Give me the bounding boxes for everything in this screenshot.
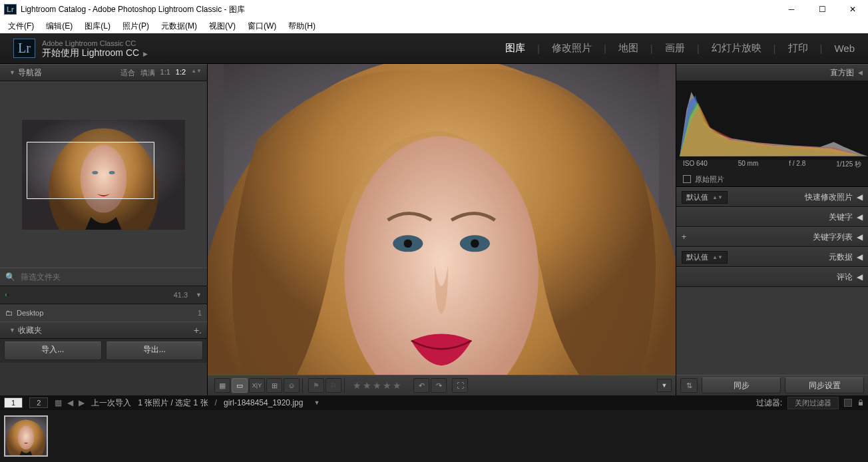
- favorites-header[interactable]: ▼收藏夹 +.: [0, 322, 207, 339]
- svg-point-11: [404, 239, 413, 248]
- keyword-list-title: 关键字列表: [813, 232, 853, 243]
- menu-metadata[interactable]: 元数据(M): [156, 19, 202, 33]
- quick-develop-header[interactable]: 默认值▲▼ 快速修改照片 ◀: [676, 187, 868, 207]
- screen-2-button[interactable]: 2: [29, 397, 48, 408]
- navigator-title: 导航器: [18, 67, 42, 79]
- loupe-view-button[interactable]: ▭: [232, 378, 248, 393]
- face-region-button[interactable]: ⛶: [452, 378, 468, 393]
- disclosure-icon[interactable]: ◀: [857, 232, 863, 242]
- import-button[interactable]: 导入...: [4, 342, 102, 360]
- disclosure-icon[interactable]: ◀: [857, 252, 863, 262]
- zoom-fit[interactable]: 适合: [120, 68, 135, 78]
- window-title: Lightroom Catalog - Adobe Photoshop Ligh…: [21, 4, 245, 15]
- rotate-ccw-button[interactable]: ↶: [413, 378, 429, 393]
- metadata-header[interactable]: 默认值▲▼ 元数据 ◀: [676, 247, 868, 267]
- exif-aperture: f / 2.8: [789, 160, 805, 172]
- keyword-list-header[interactable]: + 关键字列表 ◀: [676, 227, 868, 247]
- navigator-crop-frame[interactable]: [27, 142, 154, 199]
- comments-header[interactable]: 评论 ◀: [676, 267, 868, 287]
- module-book[interactable]: 画册: [665, 42, 685, 55]
- minimize-button[interactable]: ─: [776, 0, 807, 19]
- filter-dropdown[interactable]: 关闭过滤器: [787, 397, 839, 409]
- loupe-view[interactable]: [208, 64, 676, 375]
- export-button[interactable]: 导出...: [106, 342, 204, 360]
- exif-shutter: 1/125 秒: [836, 160, 861, 172]
- folder-row[interactable]: 🗀 Desktop 1: [0, 304, 207, 322]
- histogram[interactable]: [676, 81, 868, 160]
- nav-fwd-icon[interactable]: ▶: [79, 398, 85, 407]
- menu-help[interactable]: 帮助(H): [283, 19, 321, 33]
- screen-1-button[interactable]: 1: [4, 397, 23, 408]
- compare-view-button[interactable]: X|Y: [249, 378, 265, 393]
- maximize-button[interactable]: ☐: [807, 0, 837, 19]
- survey-view-button[interactable]: ⊞: [266, 378, 282, 393]
- navigator-preview[interactable]: [0, 81, 207, 268]
- module-library[interactable]: 图库: [505, 42, 525, 55]
- breadcrumb-arrow-icon[interactable]: ▼: [314, 399, 320, 406]
- people-view-button[interactable]: ☺: [284, 378, 300, 393]
- volume-arrow-icon[interactable]: ▼: [196, 292, 202, 298]
- zoom-1-1[interactable]: 1:1: [160, 68, 170, 78]
- disclosure-icon[interactable]: ▼: [9, 327, 15, 334]
- module-develop[interactable]: 修改照片: [552, 42, 592, 55]
- sync-settings-button[interactable]: 同步设置: [785, 377, 864, 393]
- module-print[interactable]: 打印: [788, 42, 808, 55]
- module-slideshow[interactable]: 幻灯片放映: [712, 42, 761, 55]
- close-button[interactable]: ✕: [837, 0, 868, 19]
- disclosure-icon[interactable]: ◀: [857, 272, 863, 282]
- volume-row[interactable]: 41.3 ▼: [0, 286, 207, 304]
- identity-plate-row: Lr Adobe Lightroom Classic CC 开始使用 Light…: [0, 33, 868, 64]
- module-web[interactable]: Web: [834, 43, 855, 54]
- keywords-title: 关键字: [829, 212, 853, 223]
- grid-view-button[interactable]: ▦: [214, 378, 230, 393]
- original-row[interactable]: 原始照片: [676, 172, 868, 187]
- navigator-header[interactable]: ▼导航器 适合 填满 1:1 1:2 ▲▼: [0, 64, 207, 81]
- search-icon: 🔍: [5, 272, 15, 282]
- metadata-preset-popup[interactable]: 默认值▲▼: [682, 251, 728, 264]
- play-icon[interactable]: ▶: [143, 51, 148, 57]
- sync-toggle-button[interactable]: ⇅: [680, 378, 698, 393]
- filter-lock-button[interactable]: [844, 399, 852, 407]
- zoom-stepper-icon[interactable]: ▲▼: [191, 68, 202, 78]
- menu-window[interactable]: 窗口(W): [242, 19, 282, 33]
- flag-pick-button[interactable]: ⚑: [308, 378, 324, 393]
- ribbon-title[interactable]: 开始使用 Lightroom CC: [42, 47, 139, 58]
- disclosure-icon[interactable]: ◀: [857, 192, 863, 202]
- module-map[interactable]: 地图: [618, 42, 638, 55]
- rotate-cw-button[interactable]: ↷: [431, 378, 447, 393]
- disclosure-icon[interactable]: ▼: [9, 69, 15, 76]
- grid-icon[interactable]: ▦: [55, 398, 62, 407]
- folder-search-input[interactable]: [19, 272, 202, 282]
- keywords-header[interactable]: 关键字 ◀: [676, 207, 868, 227]
- flag-reject-button[interactable]: ⚐: [326, 378, 341, 393]
- svg-rect-15: [859, 402, 863, 405]
- breadcrumb-count: 1 张照片 / 选定 1 张: [138, 397, 208, 409]
- lock-icon[interactable]: [857, 399, 864, 406]
- original-checkbox[interactable]: [683, 175, 691, 183]
- folder-icon: 🗀: [5, 309, 13, 317]
- volume-stat: 41.3: [174, 291, 188, 299]
- menu-file[interactable]: 文件(F): [3, 19, 39, 33]
- filmstrip-thumb[interactable]: [4, 415, 48, 457]
- disclosure-icon[interactable]: ◀: [857, 212, 863, 222]
- histogram-title: 直方图: [830, 67, 854, 79]
- sync-button[interactable]: 同步: [702, 377, 781, 393]
- rating-stars[interactable]: ★★★★★: [347, 380, 408, 391]
- menu-library[interactable]: 图库(L): [79, 19, 116, 33]
- filmstrip[interactable]: [0, 410, 868, 462]
- breadcrumb-source[interactable]: 上一次导入: [91, 397, 131, 409]
- window-titlebar: Lr Lightroom Catalog - Adobe Photoshop L…: [0, 0, 868, 19]
- zoom-fill[interactable]: 填满: [140, 68, 155, 78]
- histogram-header[interactable]: 直方图 ◀: [676, 64, 868, 81]
- toolbar-options-button[interactable]: ▼: [657, 379, 672, 392]
- comments-title: 评论: [837, 272, 853, 283]
- menu-edit[interactable]: 编辑(E): [41, 19, 78, 33]
- menu-view[interactable]: 视图(V): [204, 19, 241, 33]
- disclosure-icon[interactable]: ◀: [858, 69, 863, 76]
- nav-back-icon[interactable]: ◀: [67, 398, 73, 407]
- add-keyword-icon[interactable]: +: [682, 232, 686, 242]
- add-favorite-icon[interactable]: +.: [194, 325, 202, 336]
- menu-photo[interactable]: 照片(P): [117, 19, 154, 33]
- preset-popup[interactable]: 默认值▲▼: [682, 191, 728, 204]
- zoom-1-2[interactable]: 1:2: [176, 68, 186, 78]
